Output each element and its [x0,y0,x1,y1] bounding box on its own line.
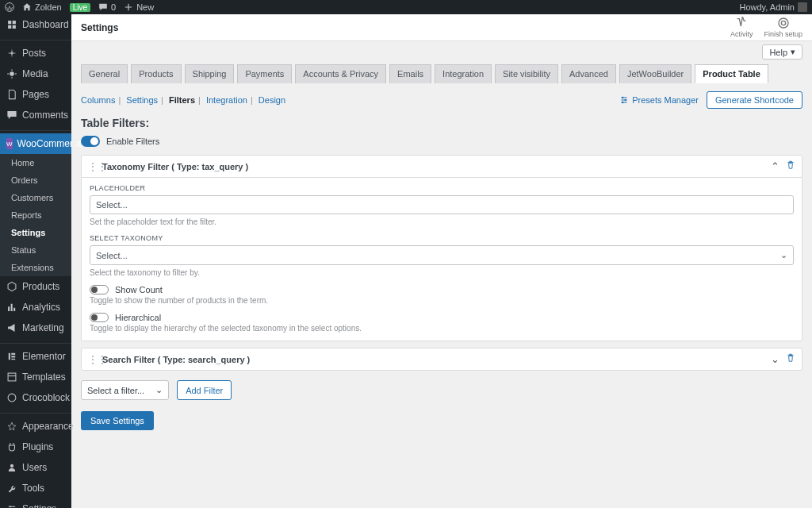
svg-point-15 [781,21,785,25]
svg-point-18 [622,102,623,103]
woocommerce-icon: W [6,138,13,149]
subsection-filters[interactable]: Filters [169,95,195,105]
menu-plugins[interactable]: Plugins [0,437,71,457]
menu-appearance[interactable]: Appearance [0,416,71,437]
enable-filters-label: Enable Filters [106,137,159,146]
admin-menu: Dashboard Posts Media Pages Comments WWo… [0,14,71,508]
svg-point-1 [10,71,14,76]
show-count-toggle[interactable] [90,285,109,294]
svg-rect-2 [9,353,10,360]
menu-woocommerce[interactable]: WWooCommerce [0,133,71,154]
taxonomy-select[interactable]: Select...⌄ [90,245,794,265]
site-name: Zolden [35,2,62,12]
chevron-down-icon: ▾ [791,47,795,57]
activity-button[interactable]: Activity [730,17,753,38]
help-tab[interactable]: Help▾ [762,44,802,60]
svg-point-17 [625,99,626,101]
drag-handle-icon[interactable]: ⋮⋮ [88,354,98,365]
svg-rect-6 [8,373,16,381]
submenu-status[interactable]: Status [0,241,71,259]
hierarchical-label: Hierarchical [115,313,161,322]
menu-tools[interactable]: Tools [0,478,71,498]
tab-site-visibility[interactable]: Site visibility [495,64,558,83]
svg-point-16 [622,97,623,98]
tab-integration[interactable]: Integration [435,64,492,83]
svg-rect-4 [11,356,15,357]
menu-media[interactable]: Media [0,64,71,84]
menu-elementor[interactable]: Elementor [0,346,71,367]
submenu-home[interactable]: Home [0,154,71,171]
finish-setup-button[interactable]: Finish setup [764,17,802,38]
placeholder-label: PLACEHOLDER [90,184,794,192]
new-content-link[interactable]: New [124,2,154,12]
menu-dashboard[interactable]: Dashboard [0,14,71,35]
menu-marketing[interactable]: Marketing [0,318,71,338]
menu-comments[interactable]: Comments [0,105,71,125]
tab-advanced[interactable]: Advanced [561,64,616,83]
delete-filter-button[interactable] [786,160,795,172]
wp-logo-icon[interactable] [5,2,14,12]
svg-point-9 [10,464,13,468]
taxonomy-help: Select the taxonomy to filter by. [90,268,794,277]
site-name-link[interactable]: Zolden [22,2,62,12]
expand-toggle[interactable]: ⌄ [771,353,779,365]
collapse-toggle[interactable]: ⌃ [771,160,779,172]
placeholder-help: Set the placeholder text for the filter. [90,217,794,226]
tab-products[interactable]: Products [131,64,181,83]
delete-filter-button[interactable] [786,353,795,365]
comments-link[interactable]: 0 [98,2,116,12]
avatar [798,2,807,12]
taxonomy-label: SELECT TAXONOMY [90,234,794,242]
menu-analytics[interactable]: Analytics [0,297,71,318]
settings-nav-tabs: General Products Shipping Payments Accou… [81,64,802,83]
menu-templates[interactable]: Templates [0,367,71,387]
search-filter-card: ⋮⋮ Search Filter ( Type: search_query ) … [81,348,802,371]
filter-type-select[interactable]: Select a filter...⌄ [81,380,169,400]
section-title: Table Filters: [81,117,802,129]
submenu-settings[interactable]: Settings [0,224,71,241]
my-account-link[interactable]: Howdy, Admin [740,2,808,12]
filter-title: Search Filter ( Type: search_query ) [102,355,250,364]
menu-settings[interactable]: Settings [0,498,71,508]
hierarchical-help: Toggle to display the hierarchy of the s… [90,324,794,333]
tab-accounts-privacy[interactable]: Accounts & Privacy [295,64,386,83]
tab-payments[interactable]: Payments [237,64,292,83]
submenu-extensions[interactable]: Extensions [0,259,71,276]
subsection-integration[interactable]: Integration [206,95,247,105]
page-title: Settings [81,22,118,33]
tab-emails[interactable]: Emails [389,64,431,83]
enable-filters-toggle[interactable] [81,136,100,147]
menu-products[interactable]: Products [0,276,71,297]
drag-handle-icon[interactable]: ⋮⋮ [88,161,98,172]
filter-title: Taxonomy Filter ( Type: tax_query ) [102,162,248,171]
show-count-help: Toggle to show the number of products in… [90,296,794,305]
menu-pages[interactable]: Pages [0,84,71,105]
chevron-down-icon: ⌄ [155,385,163,395]
hierarchical-toggle[interactable] [90,313,109,322]
chevron-down-icon: ⌄ [780,250,787,260]
subsection-links: Columns| Settings| Filters| Integration|… [81,95,285,105]
svg-point-10 [10,506,11,507]
submenu-customers[interactable]: Customers [0,189,71,206]
subsection-settings[interactable]: Settings [126,95,158,105]
menu-users[interactable]: Users [0,457,71,478]
svg-rect-3 [11,353,15,355]
presets-manager-link[interactable]: Presets Manager [619,95,699,105]
placeholder-input[interactable] [90,195,794,214]
menu-crocoblock[interactable]: Crocoblock [0,387,71,408]
generate-shortcode-button[interactable]: Generate Shortcode [707,91,802,109]
taxonomy-filter-card: ⋮⋮ Taxonomy Filter ( Type: tax_query ) ⌃… [81,155,802,341]
subsection-design[interactable]: Design [259,95,285,105]
menu-posts[interactable]: Posts [0,43,71,64]
tab-shipping[interactable]: Shipping [185,64,235,83]
subsection-columns[interactable]: Columns [81,95,115,105]
submenu-orders[interactable]: Orders [0,171,71,189]
submenu-reports[interactable]: Reports [0,206,71,224]
tab-jetwoobuilder[interactable]: JetWooBuilder [619,64,691,83]
tab-general[interactable]: General [81,64,128,83]
save-settings-button[interactable]: Save Settings [81,411,154,430]
tab-product-table[interactable]: Product Table [695,64,768,83]
svg-point-0 [6,3,14,12]
add-filter-button[interactable]: Add Filter [177,380,232,400]
svg-point-14 [779,18,788,28]
